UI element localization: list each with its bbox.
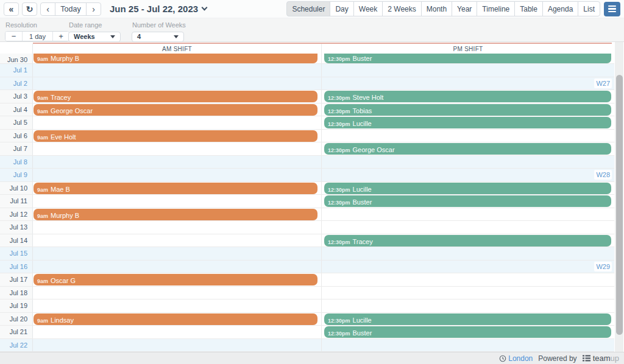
am-shift-cell[interactable]	[33, 247, 322, 260]
date-label[interactable]: Jul 4	[0, 103, 33, 116]
am-shift-cell[interactable]	[33, 261, 322, 273]
date-label[interactable]: Jul 6	[0, 130, 33, 142]
am-shift-cell[interactable]	[33, 169, 322, 181]
am-shift-cell[interactable]: 9amLindsay	[33, 313, 322, 326]
tab-scheduler[interactable]: Scheduler	[286, 1, 330, 16]
pm-shift-cell[interactable]: W29	[322, 261, 614, 273]
date-label[interactable]: Jul 3	[0, 90, 33, 103]
tab-day[interactable]: Day	[330, 1, 353, 16]
pm-shift-event[interactable]: 12:30pmBuster	[324, 54, 611, 63]
pm-shift-cell[interactable]	[322, 247, 614, 260]
jump-to-start-button[interactable]: «	[4, 2, 19, 16]
am-shift-event[interactable]: 9amMurphy B	[34, 54, 317, 63]
resolution-increase-button[interactable]: +	[52, 32, 69, 41]
teamup-logo[interactable]: teamup	[583, 354, 619, 363]
date-label[interactable]: Jul 12	[0, 208, 33, 221]
tab-timeline[interactable]: Timeline	[477, 1, 515, 16]
vertical-scrollbar[interactable]	[615, 42, 623, 352]
pm-shift-cell[interactable]	[322, 287, 614, 299]
date-label[interactable]: Jul 7	[0, 142, 33, 155]
date-label[interactable]: Jul 18	[0, 287, 33, 299]
am-shift-cell[interactable]	[33, 221, 322, 234]
pm-shift-cell[interactable]: 12:30pmTracey	[322, 234, 614, 247]
am-shift-cell[interactable]	[33, 326, 322, 338]
am-shift-cell[interactable]: 9amMae B	[33, 182, 322, 195]
am-shift-cell[interactable]	[33, 299, 322, 312]
am-shift-event[interactable]: 9amMurphy B	[34, 209, 317, 220]
date-label[interactable]: Jul 11	[0, 195, 33, 208]
date-label[interactable]: Jul 16	[0, 261, 33, 273]
pm-shift-cell[interactable]: 12:30pmBuster	[322, 54, 614, 63]
prev-button[interactable]: ‹	[40, 2, 55, 16]
next-button[interactable]: ›	[86, 2, 101, 16]
pm-shift-cell[interactable]: 12:30pmLucille	[322, 313, 614, 326]
am-shift-event[interactable]: 9amTracey	[34, 91, 317, 102]
pm-shift-event[interactable]: 12:30pmLucille	[324, 117, 611, 128]
tab-week[interactable]: Week	[353, 1, 383, 16]
tab-table[interactable]: Table	[514, 1, 543, 16]
am-shift-cell[interactable]	[33, 142, 322, 155]
pm-shift-cell[interactable]	[322, 221, 614, 234]
date-label[interactable]: Jun 30	[0, 54, 33, 63]
am-shift-cell[interactable]	[33, 287, 322, 299]
date-range-select[interactable]: Weeks	[68, 32, 121, 42]
date-label[interactable]: Jul 8	[0, 156, 33, 169]
am-shift-event[interactable]: 9amGeorge Oscar	[34, 104, 317, 116]
pm-shift-event[interactable]: 12:30pmTracey	[324, 235, 611, 247]
pm-shift-event[interactable]: 12:30pmLucille	[324, 183, 611, 194]
scrollbar-thumb[interactable]	[616, 75, 623, 335]
pm-shift-cell[interactable]: 12:30pmGeorge Oscar	[322, 142, 614, 155]
date-label[interactable]: Jul 17	[0, 273, 33, 286]
am-shift-cell[interactable]: 9amMurphy B	[33, 208, 322, 221]
pm-shift-cell[interactable]	[322, 130, 614, 142]
pm-shift-cell[interactable]: 12:30pmLucille	[322, 116, 614, 129]
am-shift-event[interactable]: 9amOscar G	[34, 274, 317, 285]
pm-shift-cell[interactable]: 12:30pmSteve Holt	[322, 90, 614, 103]
pm-shift-cell[interactable]	[322, 208, 614, 221]
pm-shift-cell[interactable]	[322, 64, 614, 77]
menu-button[interactable]	[604, 2, 620, 16]
timezone-link[interactable]: London	[499, 354, 533, 363]
today-button[interactable]: Today	[55, 2, 87, 16]
date-label[interactable]: Jul 10	[0, 182, 33, 195]
pm-shift-event[interactable]: 12:30pmTobias	[324, 104, 611, 116]
pm-shift-cell[interactable]: 12:30pmTobias	[322, 103, 614, 116]
number-of-weeks-select[interactable]: 4	[132, 32, 184, 42]
am-shift-cell[interactable]	[33, 116, 322, 129]
date-label[interactable]: Jul 14	[0, 234, 33, 247]
tab-list[interactable]: List	[578, 1, 600, 16]
resolution-decrease-button[interactable]: −	[5, 32, 22, 41]
refresh-button[interactable]: ↻	[22, 2, 37, 16]
am-shift-cell[interactable]: 9amMurphy B	[33, 54, 322, 63]
pm-shift-cell[interactable]: W28	[322, 169, 614, 181]
am-shift-cell[interactable]: 9amGeorge Oscar	[33, 103, 322, 116]
pm-shift-event[interactable]: 12:30pmBuster	[324, 326, 611, 338]
date-label[interactable]: Jul 15	[0, 247, 33, 260]
pm-shift-event[interactable]: 12:30pmGeorge Oscar	[324, 143, 611, 155]
am-shift-event[interactable]: 9amLindsay	[34, 313, 317, 325]
am-shift-event[interactable]: 9amMae B	[34, 183, 317, 194]
am-shift-cell[interactable]	[33, 234, 322, 247]
am-shift-event[interactable]: 9amEve Holt	[34, 130, 317, 142]
pm-shift-event[interactable]: 12:30pmSteve Holt	[324, 91, 611, 102]
tab-agenda[interactable]: Agenda	[542, 1, 578, 16]
pm-shift-cell[interactable]: 12:30pmLucille	[322, 182, 614, 195]
date-label[interactable]: Jul 2	[0, 77, 33, 90]
pm-shift-cell[interactable]	[322, 273, 614, 286]
date-label[interactable]: Jul 13	[0, 221, 33, 234]
tab-month[interactable]: Month	[421, 1, 452, 16]
am-shift-cell[interactable]: 9amEve Holt	[33, 130, 322, 142]
date-label[interactable]: Jul 19	[0, 299, 33, 312]
pm-shift-event[interactable]: 12:30pmBuster	[324, 195, 611, 207]
date-label[interactable]: Jul 21	[0, 326, 33, 338]
pm-shift-cell[interactable]	[322, 339, 614, 352]
pm-shift-cell[interactable]	[322, 299, 614, 312]
am-shift-cell[interactable]: 9amOscar G	[33, 273, 322, 286]
tab-2-weeks[interactable]: 2 Weeks	[382, 1, 421, 16]
date-label[interactable]: Jul 20	[0, 313, 33, 326]
date-label[interactable]: Jul 5	[0, 116, 33, 129]
date-label[interactable]: Jul 1	[0, 64, 33, 77]
am-shift-cell[interactable]	[33, 64, 322, 77]
pm-shift-event[interactable]: 12:30pmLucille	[324, 313, 611, 325]
am-shift-cell[interactable]	[33, 156, 322, 169]
